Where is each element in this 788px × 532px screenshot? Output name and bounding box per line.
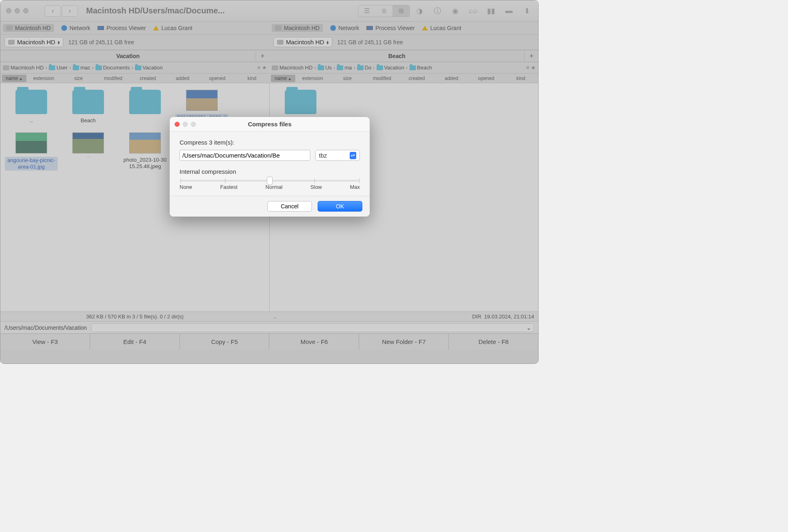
list-icon[interactable]: ≡ — [526, 65, 529, 71]
drive-selector-left[interactable]: Macintosh HD ▴▾ — [4, 37, 63, 47]
drive-selector-right[interactable]: Macintosh HD ▴▾ — [273, 37, 332, 47]
info-icon[interactable]: ⓘ — [429, 5, 446, 17]
breadcrumb-item[interactable]: Do — [357, 65, 372, 71]
file-item[interactable]: photo_2023-10-30 15.25.48.jpeg — [117, 132, 173, 171]
chevron-updown-icon: ▴▾ — [58, 40, 60, 44]
breadcrumb-item[interactable]: Vacation — [135, 65, 163, 71]
column-header-modified[interactable]: modified — [96, 76, 130, 81]
gd-icon — [422, 26, 428, 30]
column-header-opened[interactable]: opened — [469, 76, 503, 81]
new-tab-left[interactable]: + — [255, 50, 269, 62]
back-button[interactable]: ‹ — [45, 5, 61, 17]
location-tab-label: Process Viewer — [375, 25, 415, 31]
list-view-icon[interactable]: ☰ — [358, 5, 375, 17]
column-header-name[interactable]: name — [271, 75, 295, 82]
drive-name: Macintosh HD — [286, 39, 324, 45]
column-header-size[interactable]: size — [61, 76, 95, 81]
app-window: ‹ › Macintosh HD/Users/mac/Docume... ☰ ≣… — [0, 0, 539, 364]
path-dropdown[interactable]: ⌄ — [91, 323, 534, 332]
quicklook-icon[interactable]: ◉ — [447, 5, 463, 17]
download-icon[interactable]: ⬇ — [519, 5, 535, 17]
location-tab[interactable]: Macintosh HD — [272, 24, 323, 32]
file-name: angourie-bay-picnic-area-01.jpg — [5, 157, 58, 171]
column-header-extension[interactable]: extension — [26, 76, 61, 81]
column-header-extension[interactable]: extension — [295, 76, 330, 81]
fn-button[interactable]: View - F3 — [0, 334, 90, 350]
breadcrumb-item[interactable]: Macintosh HD — [272, 65, 313, 71]
column-header-modified[interactable]: modified — [365, 76, 399, 81]
file-item[interactable]: .. — [3, 90, 60, 128]
fn-button[interactable]: Delete - F8 — [449, 334, 538, 350]
tab-left[interactable]: Vacation — [0, 50, 255, 62]
close-icon[interactable] — [6, 8, 11, 13]
globe-icon — [330, 25, 336, 31]
location-tab[interactable]: Macintosh HD — [3, 24, 54, 32]
location-tab[interactable]: Process Viewer — [97, 25, 146, 31]
minimize-icon[interactable] — [15, 8, 20, 13]
column-header-created[interactable]: created — [399, 76, 434, 81]
fn-button[interactable]: Move - F6 — [269, 334, 359, 350]
breadcrumb-item[interactable]: Macintosh HD — [3, 65, 44, 71]
zoom-icon[interactable] — [23, 8, 28, 13]
location-tab[interactable]: Lucas Grant — [153, 25, 192, 31]
location-tab[interactable]: Process Viewer — [366, 25, 415, 31]
desktop-icon[interactable]: ▬ — [501, 5, 517, 17]
list-icon[interactable]: ≡ — [257, 65, 260, 71]
file-name — [87, 157, 89, 158]
fn-button[interactable]: New Folder - F7 — [359, 334, 449, 350]
column-header-kind[interactable]: kind — [504, 76, 538, 81]
fn-button[interactable]: Copy - F5 — [180, 334, 270, 350]
icon-view-icon[interactable]: ⊞ — [392, 5, 409, 17]
location-tab[interactable]: Network — [61, 25, 90, 31]
archive-path-input[interactable] — [180, 150, 310, 161]
dialog-close-icon[interactable] — [175, 122, 180, 127]
lap-icon — [97, 26, 104, 30]
file-item[interactable] — [60, 132, 117, 171]
window-controls — [6, 8, 28, 13]
breadcrumb-item[interactable]: Documents — [95, 65, 130, 71]
fn-button[interactable]: Edit - F4 — [90, 334, 180, 350]
column-header-opened[interactable]: opened — [200, 76, 234, 81]
cancel-button[interactable]: Cancel — [267, 201, 312, 212]
dialog-minimize-icon — [183, 122, 188, 127]
location-tab[interactable]: Lucas Grant — [422, 25, 461, 31]
column-header-created[interactable]: created — [130, 76, 165, 81]
location-tab[interactable]: Network — [330, 25, 359, 31]
file-item[interactable] — [117, 90, 173, 128]
binoculars-icon[interactable]: ⌕⌕ — [465, 5, 481, 17]
breadcrumb-item[interactable]: mac — [73, 65, 91, 71]
column-header-kind[interactable]: kind — [235, 76, 269, 81]
compress-dialog: Compress files Compress 3 item(s): tbz ▴… — [169, 117, 370, 217]
slider-label: None — [180, 184, 192, 190]
tab-right[interactable]: Beach — [269, 50, 524, 62]
breadcrumb-item[interactable]: User — [49, 65, 67, 71]
ok-button[interactable]: OK — [318, 201, 362, 212]
folder-icon — [285, 90, 316, 114]
column-header-added[interactable]: added — [434, 76, 469, 81]
file-item[interactable] — [272, 90, 329, 117]
view-mode-segment[interactable]: ☰ ≣ ⊞ — [358, 5, 410, 17]
column-view-icon[interactable]: ≣ — [375, 5, 392, 17]
slider-thumb[interactable] — [267, 177, 273, 185]
hd-icon — [275, 26, 281, 30]
folder-icon — [49, 65, 55, 70]
star-icon[interactable]: ★ — [531, 65, 536, 71]
status-row: 362 KB / 570 KB in 3 / 5 file(s). 0 / 2 … — [0, 311, 538, 321]
file-item[interactable]: angourie-bay-picnic-area-01.jpg — [3, 132, 60, 171]
new-tab-right[interactable]: + — [524, 50, 538, 62]
star-icon[interactable]: ★ — [262, 65, 267, 71]
columns-icon[interactable]: ▮▮ — [483, 5, 499, 17]
breadcrumb-item[interactable]: Beach — [409, 65, 432, 71]
breadcrumb-item[interactable]: Vacation — [377, 65, 405, 71]
file-item[interactable]: Beach — [60, 90, 117, 128]
location-tab-label: Macintosh HD — [15, 25, 51, 31]
column-header-added[interactable]: added — [165, 76, 200, 81]
compression-slider[interactable] — [180, 180, 359, 182]
breadcrumb-item[interactable]: ma — [337, 65, 352, 71]
column-header-size[interactable]: size — [330, 76, 364, 81]
forward-button[interactable]: › — [62, 5, 78, 17]
archive-format-select[interactable]: tbz ▴▾ — [315, 150, 360, 161]
breadcrumb-item[interactable]: Us — [318, 65, 332, 71]
toggle-icon[interactable]: ◑ — [411, 5, 428, 17]
column-header-name[interactable]: name — [2, 75, 26, 82]
